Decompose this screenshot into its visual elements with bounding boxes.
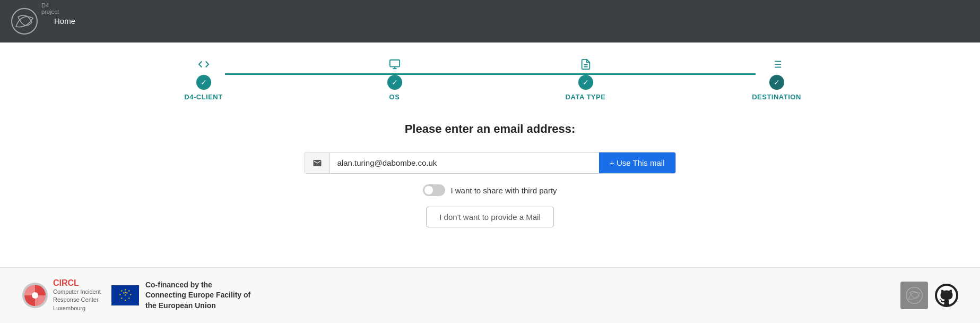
- destination-circle: ✓: [769, 75, 784, 90]
- os-icon: [389, 58, 401, 73]
- github-icon[interactable]: [934, 283, 959, 308]
- circl-logo: CIRCL Computer Incident Response Center …: [21, 278, 101, 312]
- d4-client-icon: [198, 58, 210, 73]
- circl-title: CIRCL: [53, 278, 101, 288]
- step-os[interactable]: ✓ OS: [363, 58, 427, 101]
- svg-rect-1: [389, 60, 399, 67]
- eu-logo: ★ ★ ★ ★ ★ ★ ★ ★ ★ ★ ★ ★ Co-financed by t…: [111, 280, 251, 311]
- envelope-icon: [313, 158, 322, 168]
- step-destination[interactable]: ✓ DESTINATION: [745, 58, 809, 101]
- no-mail-button[interactable]: I don't want to provide a Mail: [426, 207, 553, 227]
- main-content: ✓ D4-CLIENT ✓ OS: [0, 42, 980, 267]
- project-label: D4 project: [41, 2, 59, 15]
- step-data-type[interactable]: ✓ DATA TYPE: [554, 58, 618, 101]
- progress-bar: ✓ D4-CLIENT ✓ OS: [172, 58, 809, 101]
- d4-footer-badge: [900, 282, 928, 309]
- destination-label: DESTINATION: [752, 93, 801, 101]
- data-type-label: DATA TYPE: [566, 93, 606, 101]
- os-label: OS: [389, 93, 400, 101]
- circl-icon: [21, 282, 49, 309]
- data-type-circle: ✓: [578, 75, 593, 90]
- third-party-toggle[interactable]: [423, 184, 445, 196]
- email-icon-wrapper: [305, 153, 330, 173]
- d4-client-circle: ✓: [196, 75, 211, 90]
- data-type-icon: [580, 58, 592, 73]
- nav-home-link[interactable]: Home: [54, 16, 75, 26]
- os-circle: ✓: [387, 75, 402, 90]
- third-party-toggle-row: I want to share with third party: [423, 184, 557, 196]
- toggle-slider: [423, 184, 445, 196]
- eu-text: Co-financed by the Connecting Europe Fac…: [145, 280, 251, 311]
- footer-right: [900, 282, 959, 309]
- eu-flag-icon: ★ ★ ★ ★ ★ ★ ★ ★ ★ ★ ★ ★: [111, 285, 139, 305]
- email-input[interactable]: [330, 153, 599, 173]
- d4-client-label: D4-CLIENT: [184, 93, 222, 101]
- toggle-label: I want to share with third party: [450, 186, 557, 195]
- email-input-row: + Use This mail: [305, 152, 676, 174]
- email-form-section: Please enter an email address: + Use Thi…: [251, 122, 729, 227]
- footer-left: CIRCL Computer Incident Response Center …: [21, 278, 251, 312]
- svg-point-0: [12, 8, 37, 34]
- circl-text: CIRCL Computer Incident Response Center …: [53, 278, 101, 312]
- circl-subtitle: Computer Incident Response Center Luxemb…: [53, 288, 101, 312]
- header-logo-area: D4 project: [11, 7, 38, 35]
- d4-badge-logo: [905, 286, 924, 305]
- step-d4-client[interactable]: ✓ D4-CLIENT: [172, 58, 236, 101]
- svg-rect-27: [905, 286, 924, 305]
- footer: CIRCL Computer Incident Response Center …: [0, 267, 980, 323]
- use-mail-button[interactable]: + Use This mail: [599, 152, 675, 173]
- header: D4 project Home: [0, 0, 980, 42]
- d4-logo: [11, 7, 38, 35]
- svg-point-13: [32, 292, 38, 299]
- destination-icon: [771, 58, 783, 73]
- progress-line: [225, 73, 756, 75]
- form-title: Please enter an email address:: [405, 122, 576, 136]
- main-nav: Home: [52, 16, 75, 26]
